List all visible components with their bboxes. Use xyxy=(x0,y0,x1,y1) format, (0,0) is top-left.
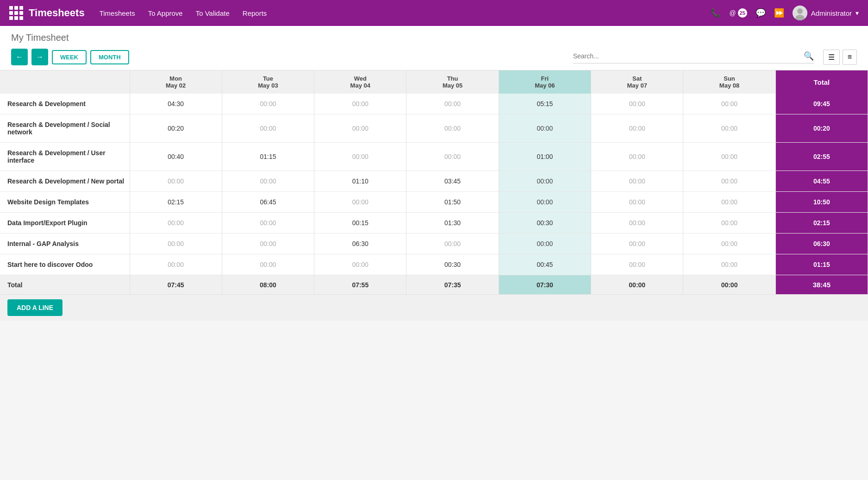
prev-button[interactable]: ← xyxy=(11,49,28,65)
table-row[interactable]: Internal - GAP Analysis00:0000:0006:3000… xyxy=(0,234,868,254)
cell-thu[interactable]: 00:00 xyxy=(406,234,499,254)
cell-tue[interactable]: 00:00 xyxy=(222,171,314,192)
cell-thu[interactable]: 00:00 xyxy=(406,114,499,143)
cell-sat[interactable]: 00:00 xyxy=(591,114,683,143)
cell-mon[interactable]: 00:00 xyxy=(130,234,222,254)
cell-mon[interactable]: 00:40 xyxy=(130,143,222,171)
view-icons: ☰ ≡ xyxy=(823,50,857,65)
table-body: Research & Development04:3000:0000:0000:… xyxy=(0,94,868,275)
nav-timesheets[interactable]: Timesheets xyxy=(100,9,135,17)
col-header-total: Total xyxy=(775,70,868,94)
cell-sun[interactable]: 00:00 xyxy=(683,254,775,275)
cell-sun[interactable]: 00:00 xyxy=(683,213,775,234)
search-icon[interactable]: 🔍 xyxy=(804,51,814,61)
cell-fri[interactable]: 01:00 xyxy=(499,143,591,171)
cell-sun[interactable]: 00:00 xyxy=(683,234,775,254)
nav-reports[interactable]: Reports xyxy=(243,9,267,17)
apps-grid-icon[interactable] xyxy=(9,6,23,20)
table-row[interactable]: Research & Development04:3000:0000:0000:… xyxy=(0,94,868,114)
list-view-button[interactable]: ☰ xyxy=(823,50,840,65)
sign-in-icon[interactable]: ⏩ xyxy=(774,8,784,18)
cell-wed[interactable]: 00:00 xyxy=(314,254,406,275)
topnav-links: Timesheets To Approve To Validate Report… xyxy=(100,9,696,17)
cell-sun[interactable]: 00:00 xyxy=(683,114,775,143)
user-menu[interactable]: Administrator ▾ xyxy=(793,6,859,20)
cell-thu[interactable]: 03:45 xyxy=(406,171,499,192)
cell-tue[interactable]: 01:15 xyxy=(222,143,314,171)
cell-thu[interactable]: 01:30 xyxy=(406,213,499,234)
cell-mon[interactable]: 00:00 xyxy=(130,171,222,192)
cell-tue[interactable]: 00:00 xyxy=(222,234,314,254)
topnav-right: 📞 @ 25 💬 ⏩ Administrator ▾ xyxy=(711,6,859,20)
cell-tue[interactable]: 06:45 xyxy=(222,192,314,213)
timesheet-table-container: MonMay 02 TueMay 03 WedMay 04 ThuMay 05 … xyxy=(0,70,868,294)
cell-thu[interactable]: 00:30 xyxy=(406,254,499,275)
table-row[interactable]: Data Import/Export Plugin00:0000:0000:15… xyxy=(0,213,868,234)
cell-sat[interactable]: 00:00 xyxy=(591,234,683,254)
cell-sat[interactable]: 00:00 xyxy=(591,213,683,234)
phone-icon[interactable]: 📞 xyxy=(711,8,721,18)
table-row[interactable]: Research & Development / User interface0… xyxy=(0,143,868,171)
cell-fri[interactable]: 00:00 xyxy=(499,114,591,143)
cell-thu[interactable]: 00:00 xyxy=(406,143,499,171)
svg-point-1 xyxy=(797,8,803,14)
cell-sat[interactable]: 00:00 xyxy=(591,171,683,192)
cell-mon[interactable]: 00:00 xyxy=(130,254,222,275)
cell-mon[interactable]: 04:30 xyxy=(130,94,222,114)
table-row[interactable]: Website Design Templates02:1506:4500:000… xyxy=(0,192,868,213)
cell-wed[interactable]: 00:00 xyxy=(314,143,406,171)
cell-fri[interactable]: 00:00 xyxy=(499,192,591,213)
cell-fri[interactable]: 00:45 xyxy=(499,254,591,275)
table-row[interactable]: Start here to discover Odoo00:0000:0000:… xyxy=(0,254,868,275)
task-name: Website Design Templates xyxy=(0,192,130,213)
cell-wed[interactable]: 00:00 xyxy=(314,94,406,114)
cell-mon[interactable]: 00:20 xyxy=(130,114,222,143)
cell-sat[interactable]: 00:00 xyxy=(591,254,683,275)
cell-wed[interactable]: 01:10 xyxy=(314,171,406,192)
add-line-button[interactable]: ADD A LINE xyxy=(7,299,62,316)
cell-fri[interactable]: 05:15 xyxy=(499,94,591,114)
cell-sun[interactable]: 00:00 xyxy=(683,143,775,171)
next-button[interactable]: → xyxy=(31,49,48,65)
table-row[interactable]: Research & Development / Social network0… xyxy=(0,114,868,143)
nav-to-approve[interactable]: To Approve xyxy=(148,9,183,17)
col-header-wed: WedMay 04 xyxy=(314,70,406,94)
cell-sat[interactable]: 00:00 xyxy=(591,192,683,213)
cell-mon[interactable]: 02:15 xyxy=(130,192,222,213)
timesheet-table: MonMay 02 TueMay 03 WedMay 04 ThuMay 05 … xyxy=(0,70,868,294)
cell-mon[interactable]: 00:00 xyxy=(130,213,222,234)
cell-fri[interactable]: 00:30 xyxy=(499,213,591,234)
app-logo: Timesheets xyxy=(9,6,85,20)
notification-badge[interactable]: @ 25 xyxy=(729,8,747,18)
cell-tue[interactable]: 00:00 xyxy=(222,114,314,143)
user-dropdown-icon: ▾ xyxy=(856,9,859,17)
cell-sun[interactable]: 00:00 xyxy=(683,192,775,213)
nav-to-validate[interactable]: To Validate xyxy=(196,9,230,17)
footer-mon: 07:45 xyxy=(130,275,222,295)
cell-tue[interactable]: 00:00 xyxy=(222,254,314,275)
cell-fri[interactable]: 00:00 xyxy=(499,171,591,192)
cell-tue[interactable]: 00:00 xyxy=(222,94,314,114)
cell-sun[interactable]: 00:00 xyxy=(683,171,775,192)
week-button[interactable]: WEEK xyxy=(52,50,87,64)
row-total: 02:15 xyxy=(775,213,868,234)
cell-wed[interactable]: 00:00 xyxy=(314,192,406,213)
cell-sun[interactable]: 00:00 xyxy=(683,94,775,114)
cell-sat[interactable]: 00:00 xyxy=(591,143,683,171)
cell-wed[interactable]: 00:00 xyxy=(314,114,406,143)
cell-tue[interactable]: 00:00 xyxy=(222,213,314,234)
cell-thu[interactable]: 00:00 xyxy=(406,94,499,114)
cell-fri[interactable]: 00:00 xyxy=(499,234,591,254)
messages-icon[interactable]: 💬 xyxy=(756,8,766,18)
cell-wed[interactable]: 06:30 xyxy=(314,234,406,254)
cell-wed[interactable]: 00:15 xyxy=(314,213,406,234)
detail-view-button[interactable]: ≡ xyxy=(843,50,857,65)
footer-total: 38:45 xyxy=(775,275,868,295)
cell-thu[interactable]: 01:50 xyxy=(406,192,499,213)
table-row[interactable]: Research & Development / New portal00:00… xyxy=(0,171,868,192)
task-name: Internal - GAP Analysis xyxy=(0,234,130,254)
cell-sat[interactable]: 00:00 xyxy=(591,94,683,114)
month-button[interactable]: MONTH xyxy=(90,50,129,64)
footer-fri: 07:30 xyxy=(499,275,591,295)
search-input[interactable] xyxy=(573,52,802,60)
